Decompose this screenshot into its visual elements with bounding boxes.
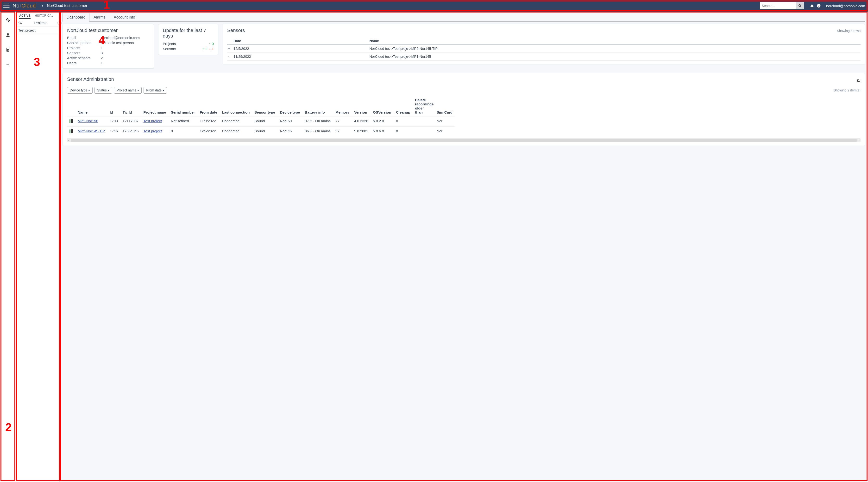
col-name: Name [75, 96, 107, 116]
col-version: Version [352, 96, 371, 116]
col-id: Id [107, 96, 120, 116]
sensor-admin-card: Sensor Administration Device type ▾ Stat… [63, 73, 865, 146]
svg-line-1 [800, 6, 801, 7]
main-tabs: Dashboard Alarms Account Info [63, 13, 865, 22]
col-sim: Sim Card [434, 96, 455, 116]
tab-alarms[interactable]: Alarms [89, 13, 110, 22]
double-gear-icon[interactable] [18, 21, 23, 25]
update-card: Update for the last 7 days Projects ↑ 0 … [158, 24, 218, 55]
svg-point-14 [8, 50, 9, 51]
arrow-up-icon: ↑ 1 [202, 47, 207, 51]
hamburger-icon[interactable] [3, 2, 10, 9]
project-link[interactable]: Test project [144, 119, 162, 123]
main-content: Dashboard Alarms Account Info NorCloud t… [60, 11, 868, 482]
svg-point-12 [7, 50, 7, 51]
customer-active-sensors-value: 2 [101, 56, 149, 60]
sensor-name-link[interactable]: MP1-Nor150 [78, 119, 98, 123]
help-icon[interactable]: ? [816, 4, 821, 8]
svg-rect-8 [7, 48, 9, 49]
device-icon [69, 129, 73, 133]
update-sensors-label: Sensors [163, 47, 176, 51]
project-link[interactable]: Test project [144, 129, 162, 133]
minus-icon: - [227, 53, 232, 61]
update-card-title: Update for the last 7 days [163, 28, 214, 39]
table-row: MP2-Nor145-TIP 1746 17664346 Test projec… [67, 126, 455, 137]
col-stype: Sensor type [252, 96, 277, 116]
svg-point-10 [8, 50, 8, 50]
sensors-col-name: Name [368, 37, 861, 45]
horizontal-scrollbar[interactable]: ‹› [67, 138, 861, 142]
gear-icon[interactable] [856, 79, 861, 83]
side-section-label: Projects [25, 21, 57, 25]
svg-point-6 [7, 33, 9, 35]
customer-contact-value: Norsonic test person [101, 41, 149, 45]
customer-projects-value: 1 [101, 46, 149, 50]
search-input[interactable] [760, 2, 796, 9]
filter-project-name[interactable]: Project name ▾ [114, 87, 142, 94]
icon-rail [0, 11, 16, 482]
breadcrumb-back-icon[interactable]: ‹ [41, 3, 43, 8]
user-icon [5, 32, 10, 37]
breadcrumb[interactable]: NorCloud test customer [47, 4, 87, 8]
sensor-admin-title: Sensor Administration [67, 77, 114, 82]
customer-users-value: 1 [101, 61, 149, 65]
side-panel: ACTIVE HISTORICAL Projects ‹ Test projec… [16, 11, 60, 482]
chevron-down-icon: ▾ [88, 88, 90, 92]
svg-point-0 [799, 5, 801, 6]
col-from: From date [197, 96, 220, 116]
search-icon [798, 4, 802, 7]
user-email[interactable]: norcloud@norsonic.com [826, 4, 865, 8]
customer-sensors-label: Sensors [67, 51, 101, 55]
arrow-up-icon: ↑ 0 [209, 41, 214, 46]
svg-point-20 [21, 23, 22, 24]
tab-account-info[interactable]: Account Info [110, 13, 139, 22]
sensors-col-date: Date [232, 37, 368, 45]
rail-add[interactable] [4, 61, 12, 69]
side-collapse-toggle[interactable]: ‹ [58, 21, 62, 25]
filter-from-date[interactable]: From date ▾ [144, 87, 167, 94]
side-tab-active[interactable]: ACTIVE [19, 14, 31, 19]
customer-email-value: norcloud@norsonic.com [101, 36, 149, 40]
customer-sensors-value: 3 [101, 51, 149, 55]
rail-user[interactable] [4, 31, 12, 39]
side-tab-historical[interactable]: HISTORICAL [35, 14, 53, 19]
search-button[interactable] [796, 2, 804, 9]
svg-point-11 [8, 50, 9, 50]
chevron-down-icon: ▾ [108, 88, 110, 92]
sensors-card: Sensors Showing 3 rows Date Name + 12/5/… [223, 24, 865, 64]
col-ticid: Tic Id [120, 96, 141, 116]
col-lastconn: Last connection [219, 96, 252, 116]
svg-text:?: ? [818, 4, 819, 7]
filter-device-type[interactable]: Device type ▾ [67, 87, 93, 94]
gear-icon [5, 18, 10, 22]
rail-settings[interactable] [4, 16, 12, 24]
svg-rect-3 [812, 6, 812, 7]
col-serial: Serial number [168, 96, 197, 116]
col-memory: Memory [333, 96, 352, 116]
tab-dashboard[interactable]: Dashboard [63, 13, 89, 22]
alert-icon[interactable] [810, 4, 814, 8]
customer-card: NorCloud test customer Email norcloud@no… [63, 24, 154, 68]
update-projects-label: Projects [163, 41, 176, 46]
customer-email-label: Email [67, 36, 101, 40]
rail-calculator[interactable] [4, 46, 12, 54]
sensor-row: - 11/29/2022 NorCloud tes->Test proje->M… [227, 53, 861, 61]
top-bar: NorCloud ‹ NorCloud test customer ? norc… [0, 0, 868, 11]
col-project: Project name [141, 96, 168, 116]
table-row: MP1-Nor150 1703 12117037 Test project No… [67, 116, 455, 126]
svg-point-13 [8, 50, 8, 51]
chevron-down-icon: ▾ [137, 88, 139, 92]
customer-projects-label: Projects [67, 46, 101, 50]
sensor-name-link[interactable]: MP2-Nor145-TIP [78, 129, 105, 133]
svg-rect-2 [812, 5, 812, 6]
col-delete: Delete recordings older than [412, 96, 434, 116]
customer-card-title: NorCloud test customer [67, 28, 149, 33]
brand-logo[interactable]: NorCloud [12, 3, 36, 9]
brand-nor: Nor [12, 3, 22, 9]
col-dtype: Device type [277, 96, 302, 116]
plus-icon: + [227, 45, 232, 53]
filter-status[interactable]: Status ▾ [94, 87, 112, 94]
search-box [760, 2, 804, 9]
sidebar-item-project[interactable]: Test project [16, 26, 59, 34]
col-osversion: OSVersion [371, 96, 394, 116]
